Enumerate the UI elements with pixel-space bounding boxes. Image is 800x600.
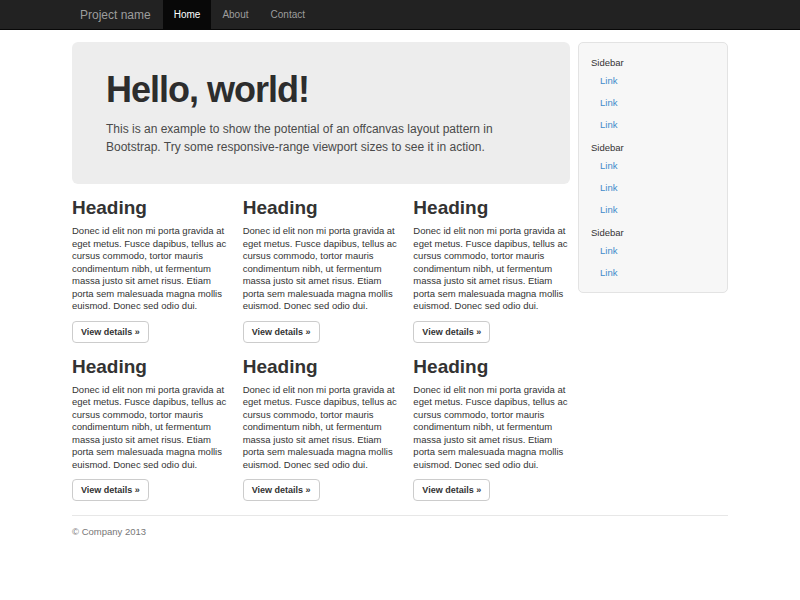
- card-heading: Heading: [413, 356, 570, 378]
- sidebar-group-title: Sidebar: [591, 136, 715, 155]
- view-details-button[interactable]: View details »: [72, 321, 149, 343]
- view-details-button[interactable]: View details »: [72, 479, 149, 501]
- card-heading: Heading: [243, 356, 400, 378]
- navbar-brand[interactable]: Project name: [72, 0, 163, 30]
- page-footer: © Company 2013: [72, 515, 728, 537]
- sidebar-link[interactable]: Link: [591, 177, 715, 199]
- card-heading: Heading: [243, 197, 400, 219]
- main-column: Hello, world! This is an example to show…: [72, 30, 570, 501]
- sidebar-link[interactable]: Link: [591, 70, 715, 92]
- card-heading: Heading: [72, 356, 229, 378]
- card-body-text: Donec id elit non mi porta gravida at eg…: [72, 225, 229, 313]
- sidebar-link[interactable]: Link: [591, 92, 715, 114]
- card: Heading Donec id elit non mi porta gravi…: [72, 349, 229, 502]
- view-details-button[interactable]: View details »: [243, 321, 320, 343]
- page-title: Hello, world!: [106, 70, 536, 110]
- view-details-button[interactable]: View details »: [413, 479, 490, 501]
- jumbotron: Hello, world! This is an example to show…: [72, 42, 570, 184]
- card-body-text: Donec id elit non mi porta gravida at eg…: [413, 225, 570, 313]
- card-body-text: Donec id elit non mi porta gravida at eg…: [243, 384, 400, 472]
- card: Heading Donec id elit non mi porta gravi…: [413, 190, 570, 343]
- sidebar-link[interactable]: Link: [591, 240, 715, 262]
- sidebar-link[interactable]: Link: [591, 199, 715, 221]
- navbar-menu: Home About Contact: [163, 0, 316, 30]
- content-row: Hello, world! This is an example to show…: [72, 30, 728, 501]
- card: Heading Donec id elit non mi porta gravi…: [243, 349, 400, 502]
- view-details-button[interactable]: View details »: [413, 321, 490, 343]
- page-container: Hello, world! This is an example to show…: [72, 30, 728, 537]
- cards-row-2: Heading Donec id elit non mi porta gravi…: [72, 349, 570, 502]
- card-body-text: Donec id elit non mi porta gravida at eg…: [72, 384, 229, 472]
- card: Heading Donec id elit non mi porta gravi…: [243, 190, 400, 343]
- sidebar-group-title: Sidebar: [591, 221, 715, 240]
- card: Heading Donec id elit non mi porta gravi…: [72, 190, 229, 343]
- view-details-button[interactable]: View details »: [243, 479, 320, 501]
- card-heading: Heading: [72, 197, 229, 219]
- sidebar-panel: Sidebar Link Link Link Sidebar Link Link…: [578, 42, 728, 293]
- jumbotron-text: This is an example to show the potential…: [106, 120, 534, 156]
- copyright-text: © Company 2013: [72, 526, 146, 537]
- card-body-text: Donec id elit non mi porta gravida at eg…: [243, 225, 400, 313]
- sidebar-link[interactable]: Link: [591, 262, 715, 284]
- card-heading: Heading: [413, 197, 570, 219]
- sidebar-link[interactable]: Link: [591, 155, 715, 177]
- nav-item-contact[interactable]: Contact: [260, 0, 316, 30]
- card-body-text: Donec id elit non mi porta gravida at eg…: [413, 384, 570, 472]
- sidebar-link[interactable]: Link: [591, 114, 715, 136]
- nav-item-about[interactable]: About: [211, 0, 259, 30]
- sidebar-group-title: Sidebar: [591, 51, 715, 70]
- navbar-inner: Project name Home About Contact: [72, 0, 728, 30]
- nav-item-home[interactable]: Home: [163, 0, 212, 30]
- top-navbar: Project name Home About Contact: [0, 0, 800, 30]
- card: Heading Donec id elit non mi porta gravi…: [413, 349, 570, 502]
- cards-row-1: Heading Donec id elit non mi porta gravi…: [72, 190, 570, 343]
